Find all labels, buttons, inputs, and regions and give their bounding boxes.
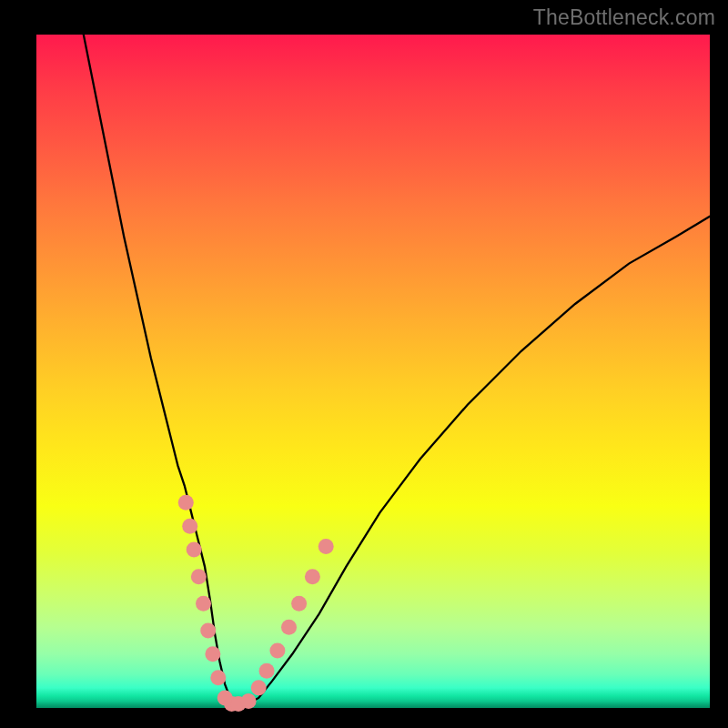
data-markers [178,495,334,712]
data-marker [182,519,197,534]
data-marker [269,643,285,659]
data-marker [210,670,226,685]
data-marker [178,495,194,511]
data-marker [251,680,267,695]
data-marker [196,596,211,612]
data-marker [200,622,216,638]
plot-area [36,35,710,708]
data-marker [259,663,275,679]
data-marker [191,569,207,584]
data-marker [187,542,202,558]
data-marker [205,646,220,662]
chart-frame: TheBottleneck.com [0,0,728,728]
data-marker [291,596,307,612]
data-marker [318,539,334,554]
data-marker [241,693,257,709]
data-marker [281,620,297,635]
chart-svg [36,35,710,708]
watermark-text: TheBottleneck.com [533,5,715,30]
bottleneck-curve [84,35,710,705]
data-marker [305,569,320,584]
